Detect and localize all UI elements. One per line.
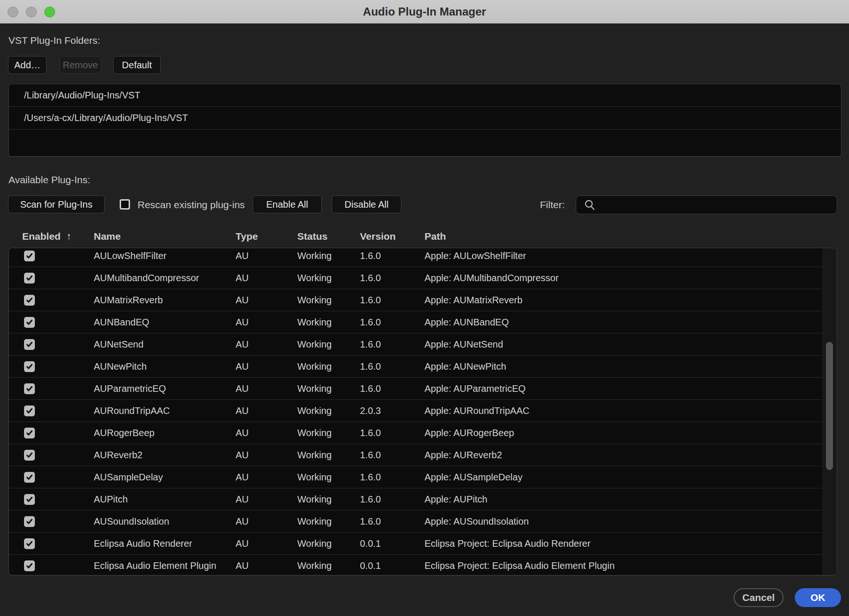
- scan-for-plugins-button[interactable]: Scan for Plug-Ins: [8, 195, 105, 213]
- plugin-status: Working: [297, 405, 360, 416]
- table-rows: AULowShelfFilter AU Working 1.6.0 Apple:…: [9, 248, 822, 575]
- enabled-checkbox[interactable]: [24, 428, 35, 438]
- column-header-path[interactable]: Path: [424, 231, 837, 242]
- check-icon: [26, 496, 33, 503]
- table-row[interactable]: AUReverb2 AU Working 1.6.0 Apple: AUReve…: [9, 444, 822, 466]
- enabled-checkbox[interactable]: [24, 472, 35, 483]
- plugin-type: AU: [236, 472, 297, 483]
- table-row[interactable]: AUParametricEQ AU Working 1.6.0 Apple: A…: [9, 378, 822, 400]
- table-row[interactable]: AUNBandEQ AU Working 1.6.0 Apple: AUNBan…: [9, 311, 822, 333]
- plugin-path: Apple: AUMatrixReverb: [424, 295, 822, 306]
- minimize-window-button[interactable]: [26, 7, 37, 17]
- plugin-status: Working: [297, 251, 360, 261]
- plugin-name: AUReverb2: [94, 450, 236, 461]
- plugin-name: AUMatrixReverb: [94, 295, 236, 306]
- table-row[interactable]: AUSampleDelay AU Working 1.6.0 Apple: AU…: [9, 466, 822, 488]
- scrollbar-thumb[interactable]: [826, 342, 833, 470]
- table-row[interactable]: AUSoundIsolation AU Working 1.6.0 Apple:…: [9, 511, 822, 533]
- filter-input[interactable]: [596, 196, 837, 214]
- plugin-status: Working: [297, 295, 360, 306]
- folder-list-item[interactable]: /Library/Audio/Plug-Ins/VST: [9, 84, 841, 107]
- search-icon: [584, 199, 596, 211]
- plugin-version: 1.6.0: [360, 450, 424, 461]
- enabled-checkbox[interactable]: [24, 339, 35, 350]
- plugin-name: Eclipsa Audio Element Plugin: [94, 560, 236, 571]
- plugin-type: AU: [236, 516, 297, 527]
- plugin-name: AURoundTripAAC: [94, 405, 236, 416]
- rescan-checkbox[interactable]: [120, 199, 130, 210]
- enabled-checkbox[interactable]: [24, 383, 35, 394]
- table-row[interactable]: AUMultibandCompressor AU Working 1.6.0 A…: [9, 267, 822, 289]
- plugin-status: Working: [297, 472, 360, 483]
- filter-field[interactable]: [576, 195, 837, 214]
- table-row[interactable]: AULowShelfFilter AU Working 1.6.0 Apple:…: [9, 248, 822, 267]
- rescan-checkbox-label: Rescan existing plug-ins: [138, 199, 245, 211]
- plugin-name: AURogerBeep: [94, 428, 236, 438]
- default-folders-button[interactable]: Default: [113, 56, 161, 74]
- plugin-type: AU: [236, 361, 297, 372]
- check-icon: [26, 407, 33, 414]
- plugin-type: AU: [236, 405, 297, 416]
- check-icon: [26, 341, 33, 348]
- plugin-path: Apple: AULowShelfFilter: [424, 251, 822, 261]
- column-header-version[interactable]: Version: [360, 231, 424, 242]
- table-row[interactable]: AUPitch AU Working 1.6.0 Apple: AUPitch: [9, 488, 822, 511]
- column-header-name[interactable]: Name: [94, 231, 236, 242]
- folder-list-item[interactable]: /Users/a-cx/Library/Audio/Plug-Ins/VST: [9, 107, 841, 130]
- table-row[interactable]: AUNetSend AU Working 1.6.0 Apple: AUNetS…: [9, 333, 822, 356]
- enabled-checkbox[interactable]: [24, 538, 35, 549]
- enabled-checkbox[interactable]: [24, 251, 35, 261]
- table-row[interactable]: AURogerBeep AU Working 1.6.0 Apple: AURo…: [9, 422, 822, 444]
- enabled-checkbox[interactable]: [24, 516, 35, 527]
- remove-folder-button[interactable]: Remove: [59, 56, 101, 74]
- enabled-checkbox[interactable]: [24, 295, 35, 306]
- sort-ascending-arrow: ↑: [66, 230, 72, 243]
- close-window-button[interactable]: [8, 7, 18, 17]
- enabled-checkbox[interactable]: [24, 317, 35, 328]
- plugin-status: Working: [297, 317, 360, 328]
- table-row[interactable]: AUNewPitch AU Working 1.6.0 Apple: AUNew…: [9, 356, 822, 378]
- plugin-status: Working: [297, 494, 360, 505]
- window-title: Audio Plug-In Manager: [363, 5, 486, 18]
- plugin-path: Apple: AUNetSend: [424, 339, 822, 350]
- column-header-status[interactable]: Status: [297, 231, 360, 242]
- plugin-type: AU: [236, 428, 297, 438]
- table-row[interactable]: AURoundTripAAC AU Working 2.0.3 Apple: A…: [9, 400, 822, 422]
- zoom-window-button[interactable]: [44, 7, 55, 17]
- plugin-status: Working: [297, 450, 360, 461]
- table-row[interactable]: Eclipsa Audio Element Plugin AU Working …: [9, 555, 822, 575]
- plugin-path: Apple: AUNBandEQ: [424, 317, 822, 328]
- plugin-type: AU: [236, 560, 297, 571]
- table-row[interactable]: AUMatrixReverb AU Working 1.6.0 Apple: A…: [9, 289, 822, 311]
- scrollbar-track[interactable]: [822, 248, 837, 575]
- enabled-checkbox[interactable]: [24, 361, 35, 372]
- check-icon: [26, 562, 33, 569]
- enabled-checkbox[interactable]: [24, 450, 35, 461]
- table-row[interactable]: Eclipsa Audio Renderer AU Working 0.0.1 …: [9, 533, 822, 555]
- enabled-checkbox[interactable]: [24, 273, 35, 284]
- cancel-button[interactable]: Cancel: [734, 588, 784, 607]
- check-icon: [26, 452, 33, 459]
- add-folder-button[interactable]: Add…: [8, 56, 47, 74]
- check-icon: [26, 518, 33, 525]
- enabled-checkbox[interactable]: [24, 405, 35, 416]
- plugin-path: Apple: AUReverb2: [424, 450, 822, 461]
- plugin-path: Apple: AURogerBeep: [424, 428, 822, 438]
- column-header-enabled[interactable]: Enabled ↑: [8, 230, 94, 243]
- check-icon: [26, 252, 33, 259]
- table-header: Enabled ↑ Name Type Status Version Path: [8, 227, 837, 246]
- check-icon: [26, 385, 33, 392]
- plugin-version: 1.6.0: [360, 428, 424, 438]
- disable-all-button[interactable]: Disable All: [332, 195, 401, 213]
- plugin-version: 1.6.0: [360, 361, 424, 372]
- enabled-checkbox[interactable]: [24, 494, 35, 505]
- enable-all-button[interactable]: Enable All: [253, 195, 322, 213]
- plugin-type: AU: [236, 450, 297, 461]
- column-header-type[interactable]: Type: [236, 231, 297, 242]
- ok-button[interactable]: OK: [795, 588, 841, 607]
- traffic-lights: [8, 7, 55, 17]
- plugin-name: AUNewPitch: [94, 361, 236, 372]
- plugin-version: 1.6.0: [360, 295, 424, 306]
- plugin-type: AU: [236, 251, 297, 261]
- enabled-checkbox[interactable]: [24, 560, 35, 571]
